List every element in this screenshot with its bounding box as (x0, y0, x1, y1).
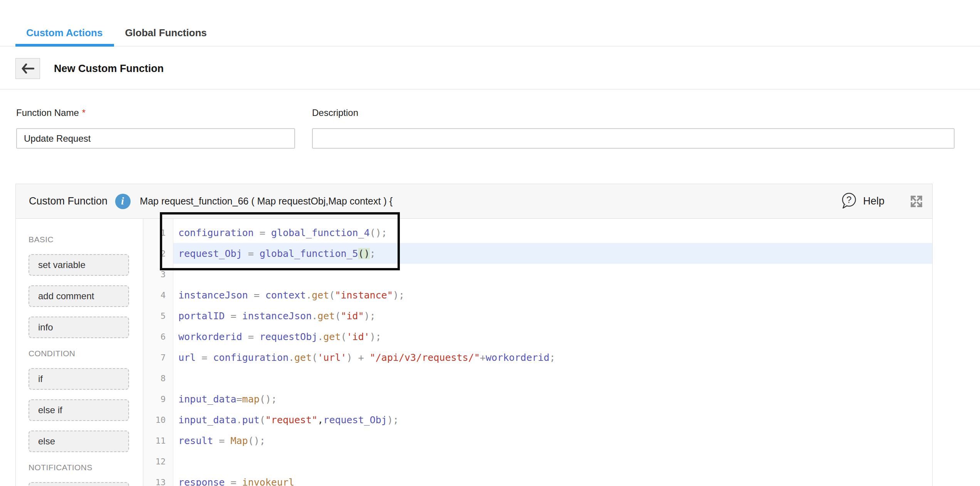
code-token: , (317, 414, 323, 426)
code-token: ); (387, 414, 399, 426)
line-number: 7 (143, 353, 173, 362)
sidebar-item-if[interactable]: if (29, 368, 129, 390)
code-token: . (312, 310, 317, 322)
code-token: = (254, 227, 271, 238)
back-arrow-icon (21, 64, 34, 74)
code-token: (); (248, 435, 265, 446)
panel-header: Custom Function i Map request_function_6… (16, 184, 932, 219)
svg-text:?: ? (847, 194, 852, 204)
code-line[interactable]: 5portalID = instanceJson.get("id"); (143, 305, 932, 326)
description-label: Description (312, 107, 955, 118)
code-line[interactable]: 6workorderid = requestObj.get('id'); (143, 326, 932, 347)
code-token: ( (329, 290, 335, 301)
sidebar-item-add-comment[interactable]: add comment (29, 285, 129, 307)
line-number: 8 (143, 374, 173, 383)
code-line[interactable]: 1configuration = global_function_4(); (143, 222, 932, 243)
line-number: 2 (143, 249, 173, 258)
code-token: "id" (341, 310, 364, 322)
help-button[interactable]: ? Help (840, 192, 884, 211)
code-line-content: request_Obj = global_function_5(); (173, 243, 932, 264)
sidebar-item-set-variable[interactable]: set variable (29, 254, 129, 276)
code-token: invokeurl (242, 477, 294, 486)
function-signature: Map request_function_66 ( Map requestObj… (140, 196, 393, 207)
help-question-icon: ? (840, 192, 858, 211)
sidebar-section-label: NOTIFICATIONS (29, 463, 143, 472)
code-line-content (173, 264, 932, 285)
code-line-content: input_data=map(); (173, 389, 932, 409)
line-number: 3 (143, 270, 173, 279)
code-line[interactable]: 12 (143, 451, 932, 472)
code-token: Map (230, 435, 248, 446)
page-title: New Custom Function (54, 63, 164, 75)
code-line[interactable]: 2request_Obj = global_function_5(); (143, 243, 932, 264)
code-token: get (323, 331, 341, 342)
code-token: put (242, 414, 260, 426)
code-line-content: url = configuration.get('url') + "/api/v… (173, 347, 932, 368)
code-token: global_function_5 (260, 248, 358, 259)
code-line-content: response = invokeurl (173, 472, 932, 486)
expand-icon[interactable] (909, 194, 924, 209)
code-token: "request" (265, 414, 317, 426)
code-line[interactable]: 8 (143, 368, 932, 389)
code-token: = (225, 310, 242, 322)
code-token: ( (335, 310, 341, 322)
code-token: = (248, 290, 265, 301)
actions-sidebar: BASICset variableadd commentinfoCONDITIO… (16, 219, 143, 486)
code-line-content (173, 451, 932, 472)
code-token: ( (341, 331, 346, 342)
code-line-content (173, 368, 932, 389)
code-line-content: result = Map(); (173, 430, 932, 451)
back-button[interactable] (15, 58, 40, 79)
code-token: (); (370, 227, 387, 238)
code-line[interactable]: 13response = invokeurl (143, 472, 932, 486)
function-name-input[interactable] (16, 128, 295, 149)
tab-bar: Custom Actions Global Functions (0, 27, 980, 47)
code-line[interactable]: 10input_data.put("request",request_Obj); (143, 409, 932, 430)
code-token: get (294, 352, 312, 363)
function-name-label: Function Name* (16, 107, 295, 118)
function-form: Function Name* Description (16, 107, 955, 149)
code-token: context (265, 290, 306, 301)
code-line[interactable]: 7url = configuration.get('url') + "/api/… (143, 347, 932, 368)
code-line[interactable]: 3 (143, 264, 932, 285)
description-input[interactable] (312, 128, 955, 149)
code-token: instanceJson (242, 310, 312, 322)
code-token: (); (260, 394, 277, 405)
code-token: = (242, 248, 260, 259)
sidebar-section: BASICset variableadd commentinfo (29, 235, 143, 338)
sidebar-item-partial[interactable] (29, 482, 129, 486)
code-token: workorderid (178, 331, 242, 342)
code-line[interactable]: 11result = Map(); (143, 430, 932, 451)
code-token: = (225, 477, 242, 486)
code-token: input_data (178, 394, 237, 405)
code-token: ) + (347, 352, 370, 363)
code-line[interactable]: 4instanceJson = context.get("instance"); (143, 285, 932, 305)
code-token: . (289, 352, 294, 363)
code-token: configuration (213, 352, 289, 363)
tab-global-functions[interactable]: Global Functions (114, 27, 218, 46)
line-number: 1 (143, 228, 173, 238)
sidebar-item-else-if[interactable]: else if (29, 399, 129, 421)
code-token: get (317, 310, 335, 322)
code-token: ( (260, 414, 265, 426)
code-token: () (358, 248, 370, 259)
page-header: New Custom Function (15, 58, 980, 79)
code-editor[interactable]: 1configuration = global_function_4();2re… (143, 219, 932, 486)
sidebar-item-else[interactable]: else (29, 431, 129, 452)
sidebar-item-info[interactable]: info (29, 317, 129, 338)
code-token: "/api/v3/requests/" (370, 352, 480, 363)
code-token: input_data (178, 414, 237, 426)
code-line[interactable]: 9input_data=map(); (143, 389, 932, 409)
code-token: "instance" (335, 290, 393, 301)
info-icon[interactable]: i (115, 194, 131, 209)
custom-function-panel: Custom Function i Map request_function_6… (15, 184, 933, 486)
line-number: 4 (143, 290, 173, 300)
code-token: . (237, 414, 242, 426)
tab-custom-actions[interactable]: Custom Actions (15, 27, 114, 46)
code-token: . (306, 290, 312, 301)
code-token: result (178, 435, 213, 446)
sidebar-section-label: CONDITION (29, 349, 143, 358)
line-number: 9 (143, 394, 173, 404)
code-token: = (242, 331, 260, 342)
line-number: 11 (143, 436, 173, 446)
